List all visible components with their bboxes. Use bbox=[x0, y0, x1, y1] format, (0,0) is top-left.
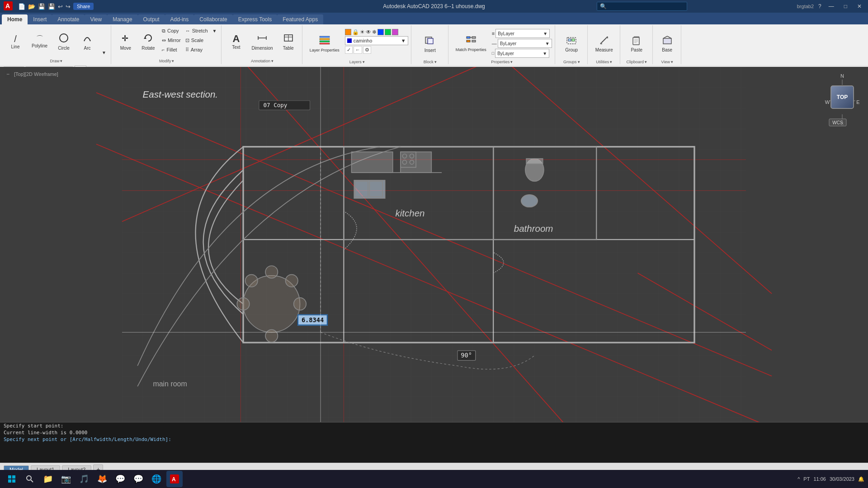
tab-insert[interactable]: Insert bbox=[28, 14, 52, 24]
utilities-group-label[interactable]: Utilities ▾ bbox=[596, 59, 612, 64]
text-button[interactable]: A Text bbox=[225, 26, 247, 57]
tab-manage[interactable]: Manage bbox=[107, 14, 137, 24]
make-current-layer-button[interactable]: ✓ bbox=[345, 46, 353, 54]
file-explorer-button[interactable]: 📁 bbox=[40, 471, 56, 487]
tab-view[interactable]: View bbox=[85, 14, 107, 24]
clipboard-group-label[interactable]: Clipboard ▾ bbox=[626, 59, 647, 64]
music-button[interactable]: 🎵 bbox=[76, 471, 92, 487]
dimension-button[interactable]: Dimension bbox=[248, 26, 276, 57]
save-icon[interactable]: 💾 bbox=[38, 3, 45, 10]
lang-indicator[interactable]: PT bbox=[803, 476, 810, 482]
lineweight-dropdown[interactable]: ByLayer ▼ bbox=[495, 49, 549, 58]
cad-drawing[interactable]: kitchen bathroom main room East-west sec bbox=[0, 67, 868, 448]
layer-color4-icon[interactable] bbox=[392, 29, 398, 35]
paste-button[interactable]: Paste bbox=[626, 28, 647, 59]
modify-more-button[interactable]: ▼ bbox=[211, 26, 219, 35]
line-button[interactable]: / Line bbox=[5, 26, 26, 57]
autocad-taskbar-button[interactable]: A bbox=[166, 471, 183, 487]
mirror-button[interactable]: ⇔ Mirror bbox=[160, 36, 183, 45]
group-button[interactable]: Group bbox=[561, 28, 582, 59]
minimize-button[interactable]: — bbox=[826, 3, 837, 9]
layer-color2-icon[interactable] bbox=[377, 29, 384, 35]
chrome-button[interactable]: 🌐 bbox=[148, 471, 165, 487]
base-button[interactable]: Base bbox=[656, 28, 678, 59]
array-button[interactable]: ⠿ Array bbox=[184, 45, 210, 54]
measure-button[interactable]: Measure bbox=[592, 28, 617, 59]
tab-express[interactable]: Express Tools bbox=[233, 14, 277, 24]
fillet-button[interactable]: ⌐ Fillet bbox=[160, 45, 183, 54]
start-button[interactable] bbox=[4, 471, 20, 487]
search-taskbar-button[interactable] bbox=[22, 471, 38, 487]
layer-color3-icon[interactable] bbox=[385, 29, 391, 35]
move-button[interactable]: ✛ Move bbox=[115, 26, 137, 57]
array-icon: ⠿ bbox=[185, 47, 189, 53]
notification-icon[interactable]: 🔔 bbox=[858, 476, 864, 482]
draw-group-label[interactable]: Draw ▾ bbox=[50, 58, 62, 63]
cmd-line-1: Specify start point: bbox=[0, 422, 868, 429]
close-button[interactable]: ✕ bbox=[854, 3, 864, 9]
svg-text:A: A bbox=[5, 2, 10, 9]
help-icon[interactable]: ? bbox=[818, 3, 821, 9]
new-file-icon[interactable]: 📄 bbox=[18, 3, 25, 10]
redo-icon[interactable]: ↪ bbox=[66, 3, 71, 10]
arc-button[interactable]: Arc bbox=[76, 26, 98, 57]
layer-sun-icon[interactable]: ☀ bbox=[360, 29, 365, 35]
layer-color-icon[interactable] bbox=[345, 29, 351, 35]
paste-icon bbox=[631, 35, 642, 47]
copy-button[interactable]: ⧉ Copy bbox=[160, 26, 183, 35]
properties-group-label[interactable]: Properties ▾ bbox=[491, 59, 513, 64]
viewport-label: [Top][2D Wireframe] bbox=[14, 71, 58, 77]
block-group-label[interactable]: Block ▾ bbox=[424, 59, 437, 64]
firefox-button[interactable]: 🦊 bbox=[94, 471, 110, 487]
save-as-icon[interactable]: 💾 bbox=[48, 3, 55, 10]
match-properties-button[interactable]: Match Properties bbox=[452, 28, 490, 59]
search-input[interactable] bbox=[609, 4, 676, 9]
modify-expand-icon: ▼ bbox=[212, 28, 217, 33]
search-box[interactable]: 🔍 bbox=[597, 2, 687, 11]
rotate-button[interactable]: Rotate bbox=[137, 26, 159, 57]
drawing-area[interactable]: − [Top][2D Wireframe] N S W E TOP bbox=[0, 67, 868, 448]
whatsapp-button[interactable]: 💬 bbox=[130, 471, 146, 487]
modify-group-label[interactable]: Modify ▾ bbox=[159, 58, 175, 63]
tab-annotate[interactable]: Annotate bbox=[52, 14, 85, 24]
share-button[interactable]: Share bbox=[73, 3, 94, 10]
circle-button[interactable]: Circle bbox=[53, 26, 75, 57]
layer-dropdown[interactable]: caminho ▼ bbox=[345, 36, 408, 45]
tab-home[interactable]: Home bbox=[2, 14, 28, 24]
groups-group-label[interactable]: Groups ▾ bbox=[563, 59, 580, 64]
clock-display: 11:06 bbox=[813, 476, 826, 482]
tab-collaborate[interactable]: Collaborate bbox=[194, 14, 232, 24]
layer-prev-button[interactable]: ← bbox=[354, 46, 362, 54]
svg-rect-24 bbox=[572, 39, 575, 41]
system-tray[interactable]: ^ bbox=[797, 476, 800, 482]
tab-addins[interactable]: Add-ins bbox=[165, 14, 194, 24]
ribbon-content: / Line ⌒ Polyline Circle Arc bbox=[0, 24, 868, 65]
table-button[interactable]: Table bbox=[278, 26, 299, 57]
linetype-dropdown[interactable]: ByLayer ▼ bbox=[498, 39, 552, 48]
scale-button[interactable]: ⊡ Scale bbox=[184, 36, 210, 45]
tab-output[interactable]: Output bbox=[138, 14, 165, 24]
layer-freeze-icon[interactable]: ❄ bbox=[372, 29, 377, 35]
discord-button[interactable]: 💬 bbox=[112, 471, 128, 487]
stretch-button[interactable]: ↔ Stretch bbox=[184, 26, 210, 35]
view-group-label[interactable]: View ▾ bbox=[661, 59, 673, 64]
maximize-button[interactable]: □ bbox=[841, 3, 850, 9]
viewport-minimize-icon[interactable]: − bbox=[5, 70, 11, 78]
open-file-icon[interactable]: 📂 bbox=[28, 3, 35, 10]
layer-properties-button[interactable]: Layer Properties bbox=[306, 28, 343, 59]
layer-vis-icon[interactable]: 👁 bbox=[366, 29, 371, 35]
measurement-input[interactable]: 6.8344 bbox=[297, 314, 328, 325]
layers-group-label[interactable]: Layers ▾ bbox=[349, 59, 365, 64]
layer-lock-icon[interactable]: 🔒 bbox=[352, 29, 359, 35]
annotation-group-label[interactable]: Annotation ▾ bbox=[251, 58, 274, 63]
undo-icon[interactable]: ↩ bbox=[58, 3, 63, 10]
draw-more-button[interactable]: ▼ bbox=[100, 48, 108, 57]
polyline-button[interactable]: ⌒ Polyline bbox=[28, 26, 51, 57]
color-dropdown[interactable]: ByLayer ▼ bbox=[495, 29, 550, 38]
tab-featured[interactable]: Featured Apps bbox=[277, 14, 323, 24]
insert-button[interactable]: Insert bbox=[419, 28, 441, 59]
viewcube[interactable]: N S W E TOP WCS bbox=[823, 71, 863, 135]
layer-settings-button[interactable]: ⚙ bbox=[363, 46, 371, 54]
svg-point-2 bbox=[60, 34, 68, 42]
camera-button[interactable]: 📷 bbox=[58, 471, 74, 487]
